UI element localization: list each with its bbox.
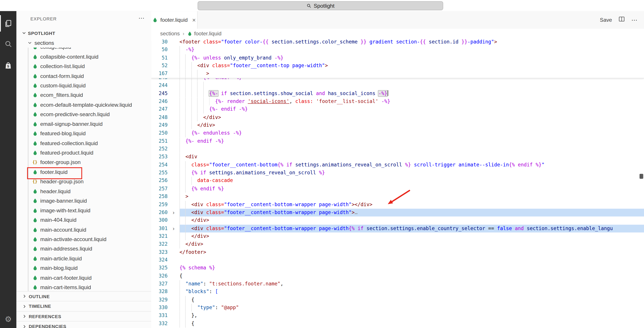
file-item-main-404.liquid[interactable]: main-404.liquid <box>16 215 151 225</box>
code-text[interactable]: {% endif %} <box>180 185 644 193</box>
sidebar-section-outline[interactable]: OUTLINE <box>16 291 151 301</box>
code-text[interactable]: </div> <box>180 114 644 121</box>
file-item-header-group.json[interactable]: {}header-group.json <box>16 177 151 186</box>
code-text[interactable] <box>180 145 644 153</box>
fold-column <box>168 121 180 129</box>
shopify-icon[interactable]: S <box>0 57 16 74</box>
json-file-icon: {} <box>32 160 38 165</box>
code-text[interactable]: { <box>180 272 644 280</box>
settings-gear-icon[interactable]: ⚙ <box>0 311 16 327</box>
code-text[interactable]: {% if settings.animations_reveal_on_scro… <box>180 169 644 177</box>
file-item-featured-blog.liquid[interactable]: featured-blog.liquid <box>16 129 151 138</box>
code-text[interactable]: </div> <box>180 216 644 224</box>
gutter: 322 <box>151 240 180 248</box>
code-line: 328 "blocks": [ <box>151 288 644 296</box>
code-text[interactable]: {%- if section.settings.show_social and … <box>180 90 644 98</box>
file-item-ecom-default-template-quickview.liquid[interactable]: ecom-default-template-quickview.liquid <box>16 100 151 110</box>
code-text[interactable]: > <box>180 70 644 78</box>
code-text[interactable]: </div> <box>180 232 644 240</box>
code-text[interactable]: "type": "@app" <box>180 304 644 312</box>
code-text[interactable]: <div class="footer__content-bottom-wrapp… <box>180 225 644 232</box>
file-item-main-cart-items.liquid[interactable]: main-cart-items.liquid <box>16 283 151 292</box>
code-text[interactable]: "name": "t:sections.footer.name", <box>180 280 644 288</box>
breadcrumb-sections[interactable]: sections <box>160 30 180 36</box>
indent-guide <box>180 320 186 328</box>
code-text[interactable]: "blocks": [ <box>180 288 644 296</box>
code-text[interactable]: > <box>180 193 644 201</box>
file-item-footer-group.json[interactable]: {}footer-group.json <box>16 158 151 167</box>
file-name: main-addresses.liquid <box>40 246 92 252</box>
code-editor[interactable]: 243 {%- endif -%}244 245 {%- if section.… <box>151 38 644 328</box>
code-text[interactable]: {%- endif -%} <box>180 106 644 114</box>
code-text[interactable]: </div> <box>180 121 644 129</box>
code-text[interactable]: }, <box>180 312 644 320</box>
file-item-image-banner.liquid[interactable]: image-banner.liquid <box>16 196 151 206</box>
fold-chevron-icon[interactable]: › <box>168 209 180 216</box>
folder-item-sections[interactable]: sections <box>16 38 151 47</box>
file-item-header.liquid[interactable]: header.liquid <box>16 186 151 196</box>
liquid-file-icon <box>32 48 38 50</box>
code-text[interactable]: <div class="footer__content-bottom-wrapp… <box>180 209 644 216</box>
file-item-contact-form.liquid[interactable]: contact-form.liquid <box>16 71 151 81</box>
spotlight-search[interactable]: Spotlight <box>198 1 443 10</box>
code-text[interactable]: <div class="footer__content-bottom-wrapp… <box>180 201 644 209</box>
code-text[interactable]: data-cascade <box>180 177 644 185</box>
sidebar-section-references[interactable]: REFERENCES <box>16 311 151 321</box>
more-actions-icon[interactable]: ⋯ <box>631 16 638 24</box>
split-editor-icon[interactable] <box>618 16 625 24</box>
gutter: 252 <box>151 145 180 153</box>
code-text[interactable]: {%- endif -%} <box>180 137 644 145</box>
sidebar-section-dependencies[interactable]: DEPENDENCIES <box>16 321 151 328</box>
fold-column <box>168 304 180 312</box>
code-text[interactable]: <footer class="footer color-{{ section.s… <box>180 38 644 46</box>
code-text[interactable]: </div> <box>180 240 644 248</box>
code-text[interactable]: {%- render 'social-icons', class: 'foote… <box>180 98 644 106</box>
file-item-featured-product.liquid[interactable]: featured-product.liquid <box>16 148 151 158</box>
file-item-ecom_filters.liquid[interactable]: ecom_filters.liquid <box>16 90 151 100</box>
file-item-footer.liquid[interactable]: footer.liquid <box>16 167 151 177</box>
code-text[interactable]: {%- unless only_empty_brand -%} <box>180 54 644 62</box>
code-text[interactable]: <div <box>180 153 644 161</box>
file-item-main-cart-footer.liquid[interactable]: main-cart-footer.liquid <box>16 273 151 283</box>
code-line: 167 > <box>151 70 644 78</box>
file-item-ecom-predictive-search.liquid[interactable]: ecom-predictive-search.liquid <box>16 110 151 119</box>
code-text[interactable]: <div class="footer__content-top page-wid… <box>180 62 644 70</box>
file-item-main-blog.liquid[interactable]: main-blog.liquid <box>16 263 151 273</box>
workspace-section-spotlight[interactable]: SPOTLIGHT <box>16 28 151 38</box>
sidebar-section-timeline[interactable]: TIMELINE <box>16 301 151 311</box>
scrollbar-thumb[interactable] <box>640 174 643 179</box>
file-item-main-account.liquid[interactable]: main-account.liquid <box>16 225 151 234</box>
code-text[interactable]: class="footer__content-bottom{% if setti… <box>180 161 644 169</box>
tab-footer-liquid[interactable]: footer.liquid × <box>151 11 198 28</box>
file-item-email-signup-banner.liquid[interactable]: email-signup-banner.liquid <box>16 119 151 129</box>
file-item-featured-collection.liquid[interactable]: featured-collection.liquid <box>16 138 151 148</box>
files-explorer-icon[interactable] <box>0 15 16 32</box>
code-text[interactable]: {% schema %} <box>180 264 644 272</box>
code-text[interactable]: { <box>180 296 644 304</box>
file-item-collection-list.liquid[interactable]: collection-list.liquid <box>16 61 151 71</box>
gutter: 327 <box>151 280 180 288</box>
file-item-collapsible-content.liquid[interactable]: collapsible-content.liquid <box>16 52 151 61</box>
search-icon[interactable] <box>0 35 16 52</box>
file-name: ecom-default-template-quickview.liquid <box>40 102 132 108</box>
save-button[interactable]: Save <box>600 17 612 23</box>
code-text[interactable]: { <box>180 320 644 328</box>
file-item-main-article.liquid[interactable]: main-article.liquid <box>16 254 151 263</box>
code-line: 332 { <box>151 320 644 328</box>
close-icon[interactable]: × <box>192 16 196 23</box>
breadcrumb-footer-liquid[interactable]: footer.liquid <box>187 30 222 36</box>
file-item-main-addresses.liquid[interactable]: main-addresses.liquid <box>16 244 151 254</box>
liquid-file-icon <box>153 17 158 22</box>
fold-chevron-icon[interactable]: › <box>168 225 180 232</box>
code-text[interactable]: </footer> <box>180 248 644 256</box>
file-item-custom-liquid.liquid[interactable]: custom-liquid.liquid <box>16 81 151 90</box>
file-item-image-with-text.liquid[interactable]: image-with-text.liquid <box>16 205 151 215</box>
gutter: 323 <box>151 248 180 256</box>
file-item-main-activate-account.liquid[interactable]: main-activate-account.liquid <box>16 234 151 244</box>
file-item-collage.liquid[interactable]: collage.liquid <box>16 48 151 52</box>
code-text[interactable] <box>180 256 644 264</box>
code-text[interactable]: {%- endunless -%} <box>180 129 644 137</box>
code-text[interactable] <box>180 82 644 90</box>
code-text[interactable]: -%} <box>180 46 644 54</box>
explorer-more-actions-icon[interactable]: ⋯ <box>138 14 144 22</box>
